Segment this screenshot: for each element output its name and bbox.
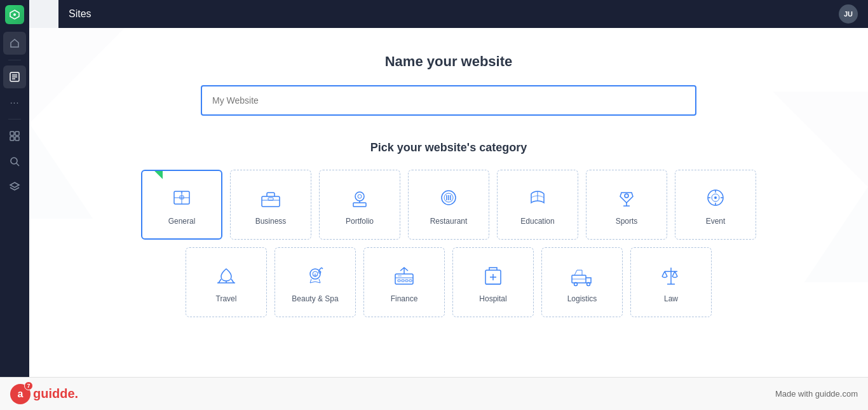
category-law[interactable]: Law <box>630 247 712 317</box>
finance-label: Finance <box>391 294 418 303</box>
main-content: Name your website Pick your website's ca… <box>29 28 868 410</box>
business-label: Business <box>255 217 287 226</box>
category-education[interactable]: Education <box>497 170 578 240</box>
event-label: Event <box>706 217 726 226</box>
svg-rect-7 <box>15 132 19 135</box>
category-section-title: Pick your website's category <box>42 141 855 154</box>
logistics-icon <box>568 261 596 289</box>
logistics-label: Logistics <box>567 294 597 303</box>
category-sports[interactable]: Sports <box>586 170 667 240</box>
event-icon <box>702 184 729 212</box>
sidebar-divider-1 <box>8 60 21 60</box>
guidde-notification-badge: 7 <box>24 381 33 390</box>
general-icon <box>168 184 196 212</box>
svg-point-10 <box>11 158 17 164</box>
category-logistics[interactable]: Logistics <box>541 247 623 317</box>
svg-rect-53 <box>405 280 408 282</box>
svg-point-31 <box>625 194 628 198</box>
svg-point-62 <box>587 283 590 286</box>
guidde-logo-text: guidde. <box>33 386 78 401</box>
category-event[interactable]: Event <box>675 170 756 240</box>
svg-point-36 <box>714 196 717 199</box>
sports-icon <box>613 184 641 212</box>
travel-icon <box>212 261 240 289</box>
topbar-title: Sites <box>69 8 92 20</box>
svg-marker-12 <box>10 182 19 188</box>
svg-rect-6 <box>10 132 14 135</box>
svg-point-1 <box>13 13 16 16</box>
svg-line-68 <box>665 271 667 277</box>
selected-checkmark <box>142 171 163 191</box>
svg-line-69 <box>672 271 675 277</box>
education-icon <box>524 184 552 212</box>
category-beauty-spa[interactable]: Beauty & Spa <box>275 247 356 317</box>
travel-label: Travel <box>216 294 237 303</box>
svg-line-46 <box>322 268 323 269</box>
category-hospital[interactable]: Hospital <box>452 247 534 317</box>
guidde-tagline: Made with guidde.com <box>775 389 858 399</box>
hospital-label: Hospital <box>479 294 506 303</box>
svg-point-22 <box>355 192 364 201</box>
beauty-icon <box>301 261 329 289</box>
content-area: Name your website Pick your website's ca… <box>29 28 868 409</box>
svg-rect-50 <box>398 275 402 277</box>
svg-rect-20 <box>268 198 273 200</box>
law-label: Law <box>664 294 678 303</box>
svg-point-23 <box>358 195 362 198</box>
restaurant-icon <box>435 184 463 212</box>
sidebar-divider-2 <box>8 119 21 120</box>
website-name-input[interactable] <box>201 85 696 116</box>
sidebar: ··· <box>0 0 29 410</box>
portfolio-icon <box>346 184 374 212</box>
topbar: Sites JU <box>58 0 868 28</box>
category-business[interactable]: Business <box>230 170 311 240</box>
guidde-logo[interactable]: a 7 guidde. <box>10 384 78 404</box>
sidebar-logo <box>5 5 24 24</box>
svg-line-45 <box>319 268 322 270</box>
categories-grid-row2: Travel Beauty & Spa <box>131 247 766 317</box>
page-title: Name your website <box>42 53 855 70</box>
svg-rect-24 <box>353 203 366 207</box>
sports-label: Sports <box>616 217 638 226</box>
category-travel[interactable]: Travel <box>186 247 267 317</box>
sidebar-item-more[interactable]: ··· <box>3 91 26 114</box>
svg-rect-9 <box>15 137 19 140</box>
education-label: Education <box>520 217 554 226</box>
guidde-bar: a 7 guidde. Made with guidde.com <box>0 377 868 410</box>
sidebar-item-layers[interactable] <box>3 175 26 198</box>
sidebar-item-search[interactable] <box>3 150 26 173</box>
categories-grid-row1: General Business <box>131 170 766 240</box>
guidde-logo-icon: a 7 <box>10 384 31 404</box>
sidebar-item-shop[interactable] <box>3 125 26 147</box>
category-finance[interactable]: Finance <box>363 247 445 317</box>
svg-rect-51 <box>398 280 400 282</box>
sidebar-item-pages[interactable] <box>3 65 26 88</box>
hospital-icon <box>479 261 507 289</box>
sidebar-item-home[interactable] <box>3 32 26 55</box>
general-label: General <box>168 217 196 226</box>
restaurant-label: Restaurant <box>430 217 468 226</box>
svg-point-61 <box>574 283 578 286</box>
svg-rect-8 <box>10 137 14 140</box>
category-general[interactable]: General <box>141 170 222 240</box>
finance-icon <box>390 261 418 289</box>
svg-point-47 <box>318 271 321 273</box>
beauty-spa-label: Beauty & Spa <box>292 294 338 303</box>
portfolio-label: Portfolio <box>346 217 374 226</box>
logo-icon <box>9 9 20 20</box>
category-portfolio[interactable]: Portfolio <box>319 170 400 240</box>
svg-line-11 <box>17 163 19 166</box>
category-restaurant[interactable]: Restaurant <box>408 170 489 240</box>
svg-rect-54 <box>409 280 412 282</box>
law-icon <box>657 261 685 289</box>
svg-line-67 <box>662 271 665 277</box>
svg-rect-52 <box>402 280 404 282</box>
svg-line-70 <box>675 271 677 277</box>
user-avatar[interactable]: JU <box>839 4 858 24</box>
business-icon <box>257 184 285 212</box>
